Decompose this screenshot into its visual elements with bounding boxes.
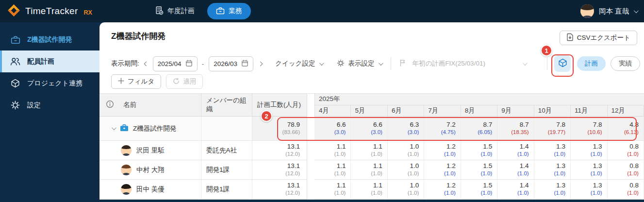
- sidebar-item-settings[interactable]: 設定: [0, 94, 99, 116]
- month-value-cell[interactable]: 1.4(1.0): [497, 180, 534, 199]
- month-value-cell[interactable]: 1.2(1.0): [424, 160, 461, 180]
- add-filter-button[interactable]: フィルタ: [111, 74, 161, 89]
- name-header-label: 名前: [123, 101, 136, 109]
- month-value-cell[interactable]: 1.1(1.0): [351, 180, 387, 199]
- period-start-value: 2025/04: [158, 60, 182, 67]
- month-value-cell[interactable]: 6.6(3.0): [314, 117, 351, 141]
- month-value-cell[interactable]: 1.4(1.0): [497, 160, 534, 180]
- refresh-icon: [173, 78, 180, 86]
- row-effort-cell[interactable]: 13.1(12.0): [252, 160, 307, 180]
- sidebar-item-label: プロジェクト連携: [27, 79, 83, 88]
- month-header: 8月: [461, 105, 497, 117]
- month-value-cell[interactable]: 6.6(3.0): [351, 117, 387, 141]
- month-value-cell[interactable]: 8.7(6.05): [461, 117, 497, 141]
- month-header: 5月: [351, 105, 387, 117]
- cube-view-button[interactable]: [554, 55, 571, 72]
- view-mode-cluster: 計画 実績 強: [547, 56, 644, 71]
- user-menu[interactable]: 岡本 直哉: [580, 4, 637, 18]
- member-avatar: [121, 184, 132, 195]
- month-value-cell[interactable]: 1.1(1.0): [351, 160, 387, 180]
- timetracker-logo-icon: [7, 4, 20, 19]
- annotation-badge-1: 1: [541, 45, 552, 56]
- table-row[interactable]: 中村 大翔開発1課13.1(12.0)1.1(1.0)1.1(1.0)1.0(1…: [99, 160, 644, 180]
- sidebar-item-staffing-plan[interactable]: 配員計画: [0, 50, 99, 72]
- sidebar-item-project-link[interactable]: プロジェクト連携: [0, 72, 99, 94]
- month-header: 10月: [534, 105, 571, 117]
- user-name: 岡本 直哉: [599, 7, 629, 16]
- month-value-cell[interactable]: 0.8(1.0): [608, 180, 644, 199]
- month-value-cell[interactable]: 7.8(19.77): [534, 117, 571, 141]
- user-avatar: [580, 4, 594, 18]
- table-row[interactable]: 沢田 里駈委託先A社13.1(12.0)1.1(1.0)1.1(1.0)1.0(…: [99, 141, 644, 160]
- quick-settings-dropdown[interactable]: クイック設定: [275, 59, 322, 68]
- month-value-cell[interactable]: 6.3(3.0): [388, 117, 424, 141]
- frozen-pane-gap: [307, 160, 314, 180]
- display-settings-dropdown[interactable]: 表示設定: [337, 59, 382, 68]
- info-icon[interactable]: [106, 100, 114, 110]
- period-end-input[interactable]: 2026/03: [209, 56, 253, 71]
- month-value-cell[interactable]: 7.8(10.6): [571, 117, 607, 141]
- sidebar-item-project[interactable]: Z機器試作開発: [0, 29, 99, 50]
- month-value-cell[interactable]: 7.2(4.75): [424, 117, 461, 141]
- month-value-cell[interactable]: 1.1(1.0): [314, 160, 351, 180]
- next-period-button[interactable]: [259, 62, 262, 66]
- month-value-cell[interactable]: 1.4(1.0): [497, 141, 534, 160]
- effort-column-header: 計画工数(人月): [252, 94, 307, 117]
- row-effort-cell[interactable]: 13.1(12.0): [252, 141, 307, 160]
- snapshot-label: 年初の計画FIX(25/03/01): [413, 59, 485, 68]
- plan-toggle-button[interactable]: 計画: [577, 56, 606, 71]
- expander-icon[interactable]: [112, 125, 116, 130]
- month-value-cell[interactable]: 1.5(1.0): [461, 141, 497, 160]
- snapshot-select[interactable]: 年初の計画FIX(25/03/01): [399, 59, 526, 68]
- month-value-cell[interactable]: 4.8(6.13): [608, 117, 644, 141]
- briefcase-icon: [216, 7, 225, 16]
- nav-work[interactable]: 業務: [207, 3, 251, 19]
- month-value-cell[interactable]: 1.0(1.0): [388, 141, 424, 160]
- app-logo[interactable]: TimeTracker RX: [7, 4, 92, 19]
- row-effort-cell[interactable]: 78.9(83.66): [252, 117, 307, 141]
- month-header: 11月: [571, 105, 607, 117]
- csv-export-button[interactable]: CSVエクスポート: [560, 31, 637, 45]
- member-avatar: [121, 145, 132, 156]
- month-value-cell[interactable]: 1.3(1.0): [571, 180, 607, 199]
- toolbar-divider: [391, 57, 391, 70]
- month-value-cell[interactable]: 1.0(1.0): [388, 160, 424, 180]
- toolbar: 表示期間: 2025/04 - 2026/03: [111, 56, 644, 71]
- month-value-cell[interactable]: 1.1(1.0): [351, 141, 387, 160]
- chevron-down-icon: [378, 61, 383, 66]
- month-value-cell[interactable]: 1.2(1.0): [424, 141, 461, 160]
- month-header-block: 2025年 4月5月6月7月8月9月10月11月12月: [314, 94, 644, 117]
- nav-yearly-plan[interactable]: 年度計画: [154, 6, 195, 17]
- month-value-cell[interactable]: 1.3(1.0): [534, 160, 571, 180]
- month-value-cell[interactable]: 1.1(1.0): [314, 180, 351, 199]
- table-row: [99, 199, 644, 200]
- month-value-cell[interactable]: 0.8(1.0): [608, 160, 644, 180]
- table-row[interactable]: Z機器試作開発78.9(83.66)6.6(3.0)6.6(3.0)6.3(3.…: [99, 117, 644, 141]
- calendar-icon: [185, 59, 193, 68]
- period-start-input[interactable]: 2025/04: [153, 56, 198, 71]
- top-header: TimeTracker RX 年度計画: [0, 0, 644, 22]
- month-value-cell[interactable]: 1.3(1.0): [571, 141, 607, 160]
- month-value-cell[interactable]: 1.3(1.0): [534, 141, 571, 160]
- month-value-cell[interactable]: 1.3(1.0): [534, 180, 571, 199]
- prev-period-button[interactable]: [145, 62, 148, 66]
- month-value-cell[interactable]: 1.1(1.0): [314, 141, 351, 160]
- month-value-cell[interactable]: 1.5(1.0): [461, 180, 497, 199]
- project-briefcase-icon: [120, 124, 129, 133]
- main-panel: Z機器試作開発 CSVエクスポート 表示期間: 2025/04: [99, 22, 644, 200]
- month-value-cell[interactable]: 1.2(1.0): [424, 180, 461, 199]
- month-value-cell[interactable]: 1.0(1.0): [388, 180, 424, 199]
- apply-button[interactable]: 適用: [166, 74, 203, 89]
- month-value-cell[interactable]: 1.5(1.0): [461, 160, 497, 180]
- period-end-value: 2026/03: [214, 60, 237, 67]
- row-effort-cell[interactable]: 13.1(12.0): [252, 180, 307, 199]
- member-avatar: [121, 165, 132, 175]
- month-value-cell[interactable]: 8.7(18.35): [497, 117, 534, 141]
- row-name-cell: Z機器試作開発: [99, 117, 201, 141]
- toolbar-divider: [547, 57, 547, 70]
- chevron-down-icon: [319, 61, 324, 66]
- month-value-cell[interactable]: 1.3(1.0): [571, 160, 607, 180]
- actual-toggle-button[interactable]: 実績: [611, 56, 640, 71]
- month-value-cell[interactable]: 0.8(1.0): [608, 141, 644, 160]
- table-row[interactable]: 田中 美優開発1課13.1(12.0)1.1(1.0)1.1(1.0)1.0(1…: [99, 180, 644, 199]
